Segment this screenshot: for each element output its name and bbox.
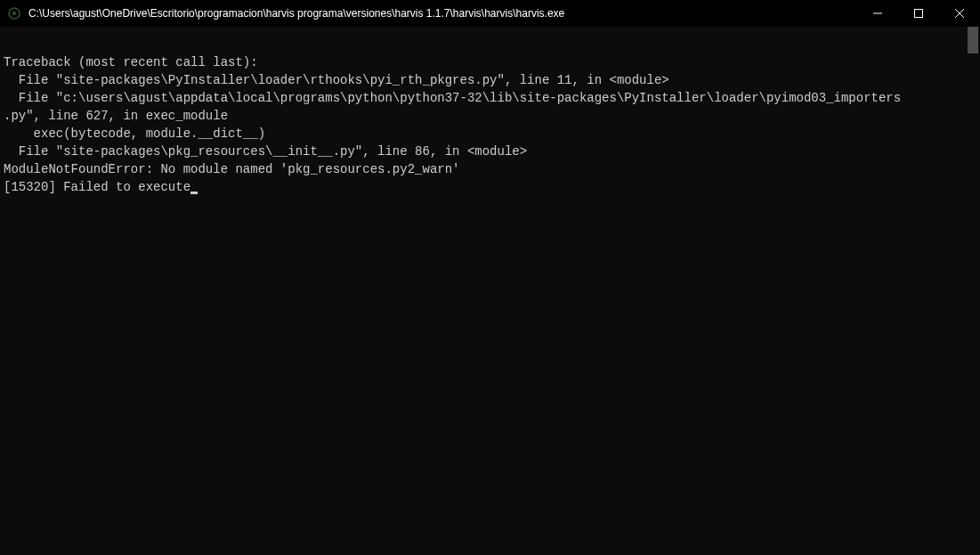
- window-controls: [857, 0, 980, 27]
- titlebar-left: C:\Users\agust\OneDrive\Escritorio\progr…: [7, 6, 564, 20]
- maximize-button[interactable]: [898, 0, 939, 27]
- terminal-cursor: [190, 192, 198, 194]
- terminal-line: File "site-packages\pkg_resources\__init…: [4, 144, 527, 159]
- terminal-line: File "c:\users\agust\appdata\local\progr…: [4, 91, 901, 105]
- terminal-line: ModuleNotFoundError: No module named 'pk…: [4, 162, 459, 176]
- scrollbar-thumb[interactable]: [968, 27, 978, 53]
- svg-point-1: [12, 12, 16, 15]
- window-titlebar: C:\Users\agust\OneDrive\Escritorio\progr…: [0, 0, 980, 27]
- app-icon: [7, 6, 21, 20]
- close-button[interactable]: [939, 0, 980, 27]
- minimize-button[interactable]: [857, 0, 898, 27]
- scrollbar-track[interactable]: [966, 27, 980, 555]
- terminal-line: exec(bytecode, module.__dict__): [4, 127, 265, 141]
- terminal-line: [15320] Failed to execute: [4, 180, 190, 194]
- terminal-line: .py", line 627, in exec_module: [4, 109, 228, 123]
- svg-rect-3: [915, 10, 923, 18]
- terminal-line: File "site-packages\PyInstaller\loader\r…: [4, 73, 669, 87]
- terminal-line: Traceback (most recent call last):: [4, 55, 258, 69]
- terminal-output: Traceback (most recent call last): File …: [0, 27, 980, 200]
- window-title: C:\Users\agust\OneDrive\Escritorio\progr…: [28, 7, 564, 20]
